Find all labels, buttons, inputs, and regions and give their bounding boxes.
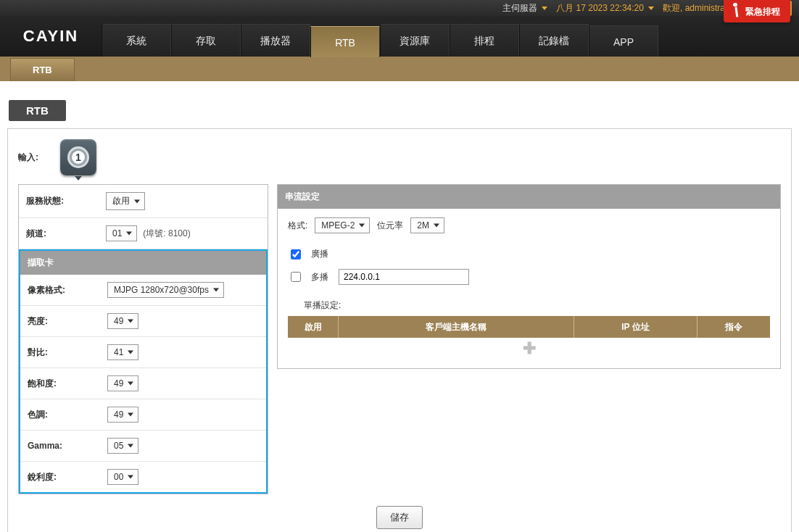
save-row: 儲存 bbox=[18, 494, 781, 529]
sub-nav: RTB bbox=[0, 57, 799, 81]
format-select[interactable]: MPEG-2 bbox=[315, 217, 370, 233]
input-source-icon: 1 bbox=[67, 146, 89, 168]
stream-settings-header: 串流設定 bbox=[278, 185, 780, 209]
col-cmd-header: 指令 bbox=[697, 316, 770, 338]
nav-tab-log[interactable]: 記錄檔 bbox=[519, 24, 589, 57]
pixel-format-select[interactable]: MJPG 1280x720@30fps bbox=[107, 282, 224, 298]
saturation-value: 49 bbox=[114, 378, 123, 388]
chevron-down-icon bbox=[128, 444, 133, 448]
nav-tab-access[interactable]: 存取 bbox=[171, 24, 241, 57]
saturation-row: 飽和度: 49 bbox=[20, 368, 266, 399]
pixel-format-label: 像素格式: bbox=[28, 284, 107, 296]
pixel-format-row: 像素格式: MJPG 1280x720@30fps bbox=[20, 275, 266, 306]
channel-label: 頻道: bbox=[26, 228, 106, 240]
input-label: 輸入: bbox=[18, 151, 38, 164]
broadcast-label: 廣播 bbox=[311, 248, 328, 260]
main-nav: CAYIN 系統 存取 播放器 RTB 資源庫 排程 記錄檔 APP bbox=[0, 16, 799, 57]
brightness-row: 亮度: 49 bbox=[20, 306, 266, 337]
singlecast-table-header: 啟用 客戶端主機名稱 IP 位址 指令 bbox=[288, 316, 770, 338]
chevron-down-icon bbox=[542, 7, 547, 10]
page-title: RTB bbox=[9, 100, 66, 121]
broadcast-checkbox[interactable] bbox=[291, 249, 301, 259]
channel-select[interactable]: 01 bbox=[106, 225, 137, 241]
format-bitrate-row: 格式: MPEG-2 位元率 2M bbox=[288, 217, 770, 233]
service-status-row: 服務狀態: 啟用 bbox=[19, 185, 268, 218]
singlecast-label: 單播設定: bbox=[304, 299, 770, 312]
multicast-checkbox[interactable] bbox=[291, 272, 301, 282]
contrast-row: 對比: 41 bbox=[20, 337, 266, 368]
multicast-row: 多播 bbox=[288, 265, 770, 289]
input-selector-row: 輸入: 1 bbox=[18, 139, 781, 175]
nav-tab-system[interactable]: 系統 bbox=[102, 24, 171, 57]
capture-card-block: 擷取卡 像素格式: MJPG 1280x720@30fps 亮度: 49 bbox=[19, 249, 268, 494]
service-status-label: 服務狀態: bbox=[26, 195, 106, 207]
nav-tab-schedule[interactable]: 排程 bbox=[450, 24, 519, 57]
chevron-down-icon bbox=[128, 320, 133, 323]
save-button[interactable]: 儲存 bbox=[376, 506, 423, 529]
channel-row: 頻道: 01 (埠號: 8100) bbox=[19, 218, 268, 249]
hue-select[interactable]: 49 bbox=[107, 407, 138, 423]
format-label: 格式: bbox=[288, 220, 307, 232]
nav-tab-rtb[interactable]: RTB bbox=[310, 26, 380, 57]
saturation-select[interactable]: 49 bbox=[107, 375, 138, 391]
brightness-select[interactable]: 49 bbox=[107, 313, 138, 329]
chevron-down-icon bbox=[128, 413, 133, 417]
saturation-label: 飽和度: bbox=[28, 378, 107, 390]
emergency-label: 緊急排程 bbox=[745, 7, 780, 17]
master-server-label: 主伺服器 bbox=[502, 2, 537, 14]
content-frame: 輸入: 1 服務狀態: 啟用 頻道: 01 bbox=[7, 128, 792, 532]
chevron-down-icon bbox=[359, 224, 365, 228]
broadcast-row: 廣播 bbox=[288, 244, 770, 265]
col-ip-header: IP 位址 bbox=[574, 316, 697, 338]
brightness-value: 49 bbox=[114, 316, 123, 326]
gamma-label: Gamma: bbox=[28, 441, 107, 451]
brightness-label: 亮度: bbox=[28, 315, 107, 328]
chevron-down-icon bbox=[648, 7, 654, 10]
master-server-dropdown[interactable]: 主伺服器 bbox=[502, 2, 547, 14]
chevron-down-icon bbox=[434, 224, 439, 228]
chevron-down-icon bbox=[134, 199, 140, 203]
chevron-down-icon bbox=[128, 351, 133, 354]
sharpness-label: 銳利度: bbox=[28, 471, 107, 483]
gamma-select[interactable]: 05 bbox=[107, 438, 138, 454]
top-bar: 主伺服器 八月 17 2023 22:34:20 歡迎, administrat… bbox=[0, 0, 799, 16]
emergency-schedule-button[interactable]: 緊急排程 bbox=[724, 0, 790, 22]
right-panel: 串流設定 格式: MPEG-2 位元率 2M 廣播 bbox=[277, 184, 781, 369]
chevron-down-icon bbox=[213, 288, 219, 292]
sharpness-value: 00 bbox=[114, 472, 123, 482]
nav-tab-library[interactable]: 資源庫 bbox=[380, 24, 450, 57]
chevron-down-icon bbox=[128, 475, 133, 479]
col-enable-header: 啟用 bbox=[288, 316, 339, 338]
contrast-label: 對比: bbox=[28, 346, 107, 359]
sharpness-select[interactable]: 00 bbox=[107, 469, 138, 485]
gamma-row: Gamma: 05 bbox=[20, 431, 266, 462]
sharpness-row: 銳利度: 00 bbox=[20, 462, 266, 492]
hue-row: 色調: 49 bbox=[20, 399, 266, 431]
datetime-display[interactable]: 八月 17 2023 22:34:20 bbox=[556, 2, 654, 14]
plus-icon: ✚ bbox=[523, 339, 536, 358]
chevron-down-icon bbox=[128, 382, 133, 386]
sub-tab-rtb[interactable]: RTB bbox=[10, 58, 75, 81]
singlecast-add-row[interactable]: ✚ bbox=[288, 338, 770, 359]
logo: CAYIN bbox=[0, 16, 102, 57]
nav-tab-app[interactable]: APP bbox=[589, 25, 658, 57]
hue-value: 49 bbox=[114, 410, 123, 420]
left-panel: 服務狀態: 啟用 頻道: 01 (埠號: 8100) bbox=[18, 184, 268, 494]
service-status-select[interactable]: 啟用 bbox=[106, 192, 145, 210]
multicast-label: 多播 bbox=[311, 271, 328, 283]
channel-value: 01 bbox=[112, 228, 122, 238]
gamma-value: 05 bbox=[114, 441, 123, 451]
multicast-ip-input[interactable] bbox=[339, 269, 469, 285]
bitrate-select[interactable]: 2M bbox=[410, 217, 444, 233]
contrast-value: 41 bbox=[114, 347, 123, 357]
channel-port-note: (埠號: 8100) bbox=[143, 228, 190, 240]
input-source-button[interactable]: 1 bbox=[60, 139, 96, 175]
contrast-select[interactable]: 41 bbox=[107, 344, 138, 360]
chevron-down-icon bbox=[126, 232, 132, 236]
nav-tabs: 系統 存取 播放器 RTB 資源庫 排程 記錄檔 APP bbox=[102, 16, 799, 57]
capture-card-header: 擷取卡 bbox=[20, 249, 266, 275]
datetime-text: 八月 17 2023 22:34:20 bbox=[556, 2, 644, 14]
input-number: 1 bbox=[72, 151, 85, 164]
singlecast-table: 啟用 客戶端主機名稱 IP 位址 指令 ✚ bbox=[288, 316, 770, 359]
nav-tab-player[interactable]: 播放器 bbox=[241, 24, 310, 57]
